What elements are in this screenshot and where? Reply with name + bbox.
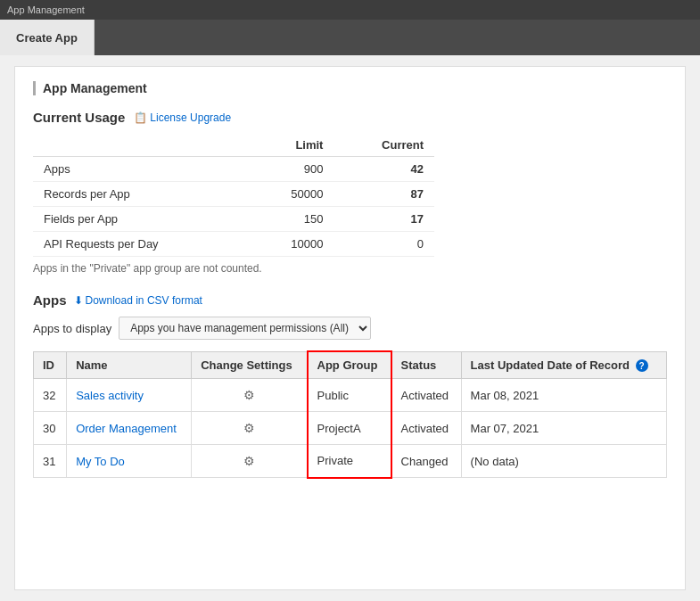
- usage-row-records: Records per App 50000 87: [33, 182, 434, 207]
- apps-display-filter[interactable]: Apps you have management permissions (Al…: [119, 317, 371, 340]
- app-name-link[interactable]: My To Do: [76, 455, 125, 468]
- app-name: Sales activity: [67, 379, 192, 412]
- usage-current-apps: 42: [334, 157, 434, 182]
- col-header-lastupdated: Last Updated Date of Record ?: [461, 351, 666, 379]
- usage-current-fields: 17: [334, 207, 434, 232]
- change-settings-cell: ⚙: [192, 379, 308, 412]
- usage-label-apps: Apps: [33, 157, 249, 182]
- create-app-label: Create App: [16, 31, 78, 45]
- col-header-appgroup: App Group: [308, 351, 391, 379]
- usage-note: Apps in the "Private" app group are not …: [33, 262, 667, 275]
- apps-section: Apps ⬇ Download in CSV format Apps to di…: [33, 292, 667, 479]
- apps-title: Apps: [33, 292, 67, 308]
- usage-row-api: API Requests per Day 10000 0: [33, 232, 434, 257]
- usage-limit-fields: 150: [249, 207, 334, 232]
- col-header-settings: Change Settings: [192, 351, 308, 379]
- usage-col-name: [33, 134, 249, 157]
- apps-heading: Apps ⬇ Download in CSV format: [33, 292, 667, 308]
- nav-bar: Create App: [0, 20, 700, 55]
- filter-label: Apps to display: [33, 322, 111, 335]
- top-bar-title: App Management: [7, 4, 85, 15]
- usage-limit-records: 50000: [249, 182, 334, 207]
- help-icon[interactable]: ?: [636, 359, 648, 372]
- status-cell: Changed: [391, 445, 462, 478]
- usage-current-records: 87: [334, 182, 434, 207]
- app-group-cell: Private: [308, 445, 391, 478]
- col-header-status: Status: [391, 351, 462, 379]
- app-group-cell: ProjectA: [308, 412, 391, 445]
- current-usage-heading: Current Usage 📋 License Upgrade: [33, 110, 667, 125]
- table-row: 31 My To Do ⚙ Private Changed (No data): [34, 445, 667, 478]
- page-title: App Management: [33, 81, 667, 95]
- usage-col-limit: Limit: [249, 134, 334, 157]
- app-name: Order Management: [67, 412, 192, 445]
- last-updated-cell: Mar 07, 2021: [461, 412, 666, 445]
- current-usage-title: Current Usage: [33, 110, 125, 125]
- app-id: 30: [34, 412, 67, 445]
- app-id: 32: [34, 379, 67, 412]
- usage-current-api: 0: [334, 232, 434, 257]
- copy-icon: 📋: [134, 111, 147, 124]
- gear-icon[interactable]: ⚙: [243, 421, 255, 435]
- page-content: App Management Current Usage 📋 License U…: [14, 66, 686, 590]
- usage-label-records: Records per App: [33, 182, 249, 207]
- usage-label-fields: Fields per App: [33, 207, 249, 232]
- last-updated-cell: Mar 08, 2021: [461, 379, 666, 412]
- status-cell: Activated: [391, 379, 462, 412]
- app-name-link[interactable]: Sales activity: [76, 389, 144, 402]
- last-updated-cell: (No data): [461, 445, 666, 478]
- apps-table: ID Name Change Settings App Group Status…: [33, 350, 667, 479]
- table-row: 30 Order Management ⚙ ProjectA Activated…: [34, 412, 667, 445]
- top-bar: App Management: [0, 0, 700, 20]
- change-settings-cell: ⚙: [192, 445, 308, 478]
- app-name-link[interactable]: Order Management: [76, 422, 177, 435]
- usage-label-api: API Requests per Day: [33, 232, 249, 257]
- create-app-tab[interactable]: Create App: [0, 20, 95, 55]
- usage-limit-api: 10000: [249, 232, 334, 257]
- current-usage-section: Current Usage 📋 License Upgrade Limit Cu…: [33, 110, 667, 275]
- filter-row: Apps to display Apps you have management…: [33, 317, 667, 340]
- license-upgrade-link[interactable]: 📋 License Upgrade: [134, 111, 231, 124]
- status-cell: Activated: [391, 412, 462, 445]
- gear-icon[interactable]: ⚙: [243, 388, 255, 402]
- app-name: My To Do: [67, 445, 192, 478]
- app-group-cell: Public: [308, 379, 391, 412]
- usage-col-current: Current: [334, 134, 434, 157]
- csv-download-link[interactable]: ⬇ Download in CSV format: [74, 294, 202, 307]
- col-header-id: ID: [34, 351, 67, 379]
- table-row: 32 Sales activity ⚙ Public Activated Mar…: [34, 379, 667, 412]
- usage-row-apps: Apps 900 42: [33, 157, 434, 182]
- change-settings-cell: ⚙: [192, 412, 308, 445]
- download-icon: ⬇: [74, 294, 83, 307]
- usage-row-fields: Fields per App 150 17: [33, 207, 434, 232]
- usage-limit-apps: 900: [249, 157, 334, 182]
- usage-table: Limit Current Apps 900 42 Records per Ap…: [33, 134, 434, 257]
- col-header-name: Name: [67, 351, 192, 379]
- gear-icon[interactable]: ⚙: [243, 454, 255, 468]
- app-id: 31: [34, 445, 67, 478]
